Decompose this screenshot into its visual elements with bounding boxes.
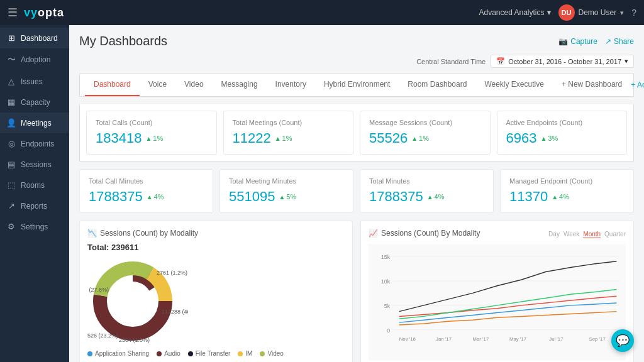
audio-dot: [157, 351, 162, 356]
sidebar-item-sessions[interactable]: ▤ Sessions: [0, 154, 69, 175]
calendar-icon: 📅: [496, 57, 505, 65]
share-button[interactable]: ↗ Share: [605, 37, 634, 46]
capacity-icon: ▦: [6, 97, 16, 107]
dashboard-tabs: Dashboard Voice Video Messaging Inventor…: [80, 74, 633, 97]
stat-managed-endpoints: Managed Endpoint (Count) 11370 ▲ 4%: [500, 169, 634, 213]
page-header: My Dashboards 📷 Capture ↗ Share: [79, 34, 634, 48]
donut-chart-card: 📉 Sessions (Count) by Modality Total: 23…: [79, 221, 353, 362]
label-appshare: 2761 (1.2%): [157, 270, 187, 276]
sidebar-item-dashboard[interactable]: ⊞ Dashboard: [0, 28, 69, 48]
up-arrow-icon: ▲: [145, 135, 152, 142]
sidebar-label-settings: Settings: [21, 222, 48, 231]
sidebar-item-reports[interactable]: ↗ Reports: [0, 195, 69, 216]
sidebar: ⊞ Dashboard 〜 Adoption △ Issues ▦ Capaci…: [0, 25, 69, 362]
topbar: ☰ vyopta Advanced Analytics ▾ DU Demo Us…: [0, 0, 644, 25]
tab-hybrid[interactable]: Hybrid Environment: [315, 74, 399, 96]
tab-weekly[interactable]: Weekly Executive: [475, 74, 552, 96]
label-video: 66532 (27.8%): [87, 287, 109, 293]
capture-button[interactable]: 📷 Capture: [558, 37, 597, 46]
legend-im: IM: [238, 350, 252, 357]
period-day[interactable]: Day: [548, 231, 560, 238]
stat-change-calls: ▲ 1%: [145, 134, 163, 142]
y-label: 0: [387, 327, 390, 334]
x-label: Nov '16: [399, 336, 416, 342]
label-filetransfer: 2504 (1.0%): [119, 337, 150, 343]
app-container: ☰ vyopta Advanced Analytics ▾ DU Demo Us…: [0, 0, 644, 362]
tab-new-dashboard[interactable]: + New Dashboard: [553, 74, 631, 96]
sidebar-label-sessions: Sessions: [21, 160, 52, 169]
sidebar-item-settings[interactable]: ⚙ Settings: [0, 216, 69, 237]
stat-label-meetings: Total Meetings (Count): [233, 119, 345, 126]
sidebar-item-adoption[interactable]: 〜 Adoption: [0, 48, 69, 71]
user-avatar[interactable]: DU: [558, 4, 575, 21]
stat-value-meeting-minutes: 551095 ▲ 5%: [229, 189, 344, 205]
tab-dashboard[interactable]: Dashboard: [85, 74, 140, 96]
stat-change-meeting-minutes: ▲ 5%: [279, 193, 296, 200]
sidebar-label-meetings: Meetings: [21, 119, 52, 128]
period-quarter[interactable]: Quarter: [604, 231, 626, 238]
rooms-icon: ⬚: [6, 180, 16, 190]
tab-room[interactable]: Room Dashboard: [399, 74, 475, 96]
up-arrow-icon: ▲: [411, 135, 418, 142]
x-label: Jan '17: [436, 336, 452, 342]
sidebar-label-endpoints: Endpoints: [21, 140, 54, 148]
sidebar-item-endpoints[interactable]: ◎ Endpoints: [0, 133, 69, 154]
sidebar-label-rooms: Rooms: [21, 181, 45, 190]
chat-button[interactable]: 💬: [611, 329, 634, 352]
date-range-picker[interactable]: 📅 October 31, 2016 - October 31, 2017 ▾: [491, 55, 634, 68]
chat-icon: 💬: [616, 334, 630, 348]
help-button[interactable]: ?: [631, 8, 636, 18]
stat-change-managed: ▲ 4%: [552, 193, 569, 200]
up-arrow-icon: ▲: [279, 194, 285, 200]
x-label: Sep '17: [589, 336, 606, 342]
sidebar-item-capacity[interactable]: ▦ Capacity: [0, 92, 69, 112]
period-month[interactable]: Month: [583, 231, 601, 238]
stat-change-messages: ▲ 1%: [411, 134, 429, 142]
tab-video[interactable]: Video: [175, 74, 212, 96]
line-chart-header: 📈 Sessions (Count) By Modality Day Week …: [369, 229, 626, 243]
stat-value-calls: 183418 ▲ 1%: [96, 130, 208, 146]
y-label: 15k: [381, 254, 391, 260]
stat-change-total-minutes: ▲ 4%: [427, 193, 445, 200]
timezone-label: Central Standard Time: [416, 58, 486, 65]
y-label: 10k: [381, 278, 391, 285]
label-audio: 112288 (46.9%): [162, 309, 188, 315]
donut-legend: Application Sharing Audio File Transfer: [87, 350, 345, 357]
hamburger-icon[interactable]: ☰: [8, 6, 18, 19]
stat-value-total-minutes: 1788375 ▲ 4%: [369, 189, 484, 205]
tab-voice[interactable]: Voice: [140, 74, 175, 96]
stat-label-managed: Managed Endpoint (Count): [509, 177, 625, 185]
period-controls: Day Week Month Quarter: [548, 231, 626, 238]
date-chevron-icon: ▾: [625, 57, 628, 65]
stat-change-call-minutes: ▲ 4%: [147, 193, 164, 200]
x-label: Jul '17: [549, 336, 563, 342]
sidebar-item-issues[interactable]: △ Issues: [0, 71, 69, 92]
stats-row-2: Total Call Minutes 1788375 ▲ 4% Total Me…: [79, 169, 634, 213]
content-area: My Dashboards 📷 Capture ↗ Share Central …: [69, 25, 644, 362]
line-chart-title: 📈 Sessions (Count) By Modality: [369, 229, 480, 238]
meetings-icon: 👤: [6, 118, 16, 128]
stat-call-minutes: Total Call Minutes 1788375 ▲ 4%: [79, 169, 213, 213]
x-label: May '17: [509, 336, 526, 342]
up-arrow-icon: ▲: [427, 194, 433, 200]
up-arrow-icon: ▲: [540, 135, 547, 142]
tab-messaging[interactable]: Messaging: [213, 74, 267, 96]
legend-filetransfer: File Transfer: [188, 350, 231, 357]
sidebar-item-rooms[interactable]: ⬚ Rooms: [0, 175, 69, 195]
dashboard-icon: ⊞: [6, 33, 16, 43]
chart-bg: [369, 244, 626, 360]
endpoints-icon: ◎: [6, 139, 16, 148]
sidebar-item-meetings[interactable]: 👤 Meetings: [0, 112, 69, 133]
user-label: Demo User: [579, 8, 617, 17]
up-arrow-icon: ▲: [275, 135, 281, 142]
period-week[interactable]: Week: [564, 231, 579, 238]
analytics-dropdown[interactable]: Advanced Analytics ▾: [479, 8, 550, 17]
donut-content: 2761 (1.2%) 112288 (46.9%) 2504 (1.0%) 5…: [87, 257, 345, 345]
chevron-down-icon: ▾: [547, 8, 551, 17]
add-panels-button[interactable]: + Add Panels: [631, 80, 644, 89]
legend-video: Video: [260, 350, 283, 357]
y-label: 5k: [384, 303, 391, 309]
logo: vyopta: [24, 6, 64, 19]
user-section: DU Demo User ▾: [558, 4, 625, 21]
tab-inventory[interactable]: Inventory: [267, 74, 315, 96]
